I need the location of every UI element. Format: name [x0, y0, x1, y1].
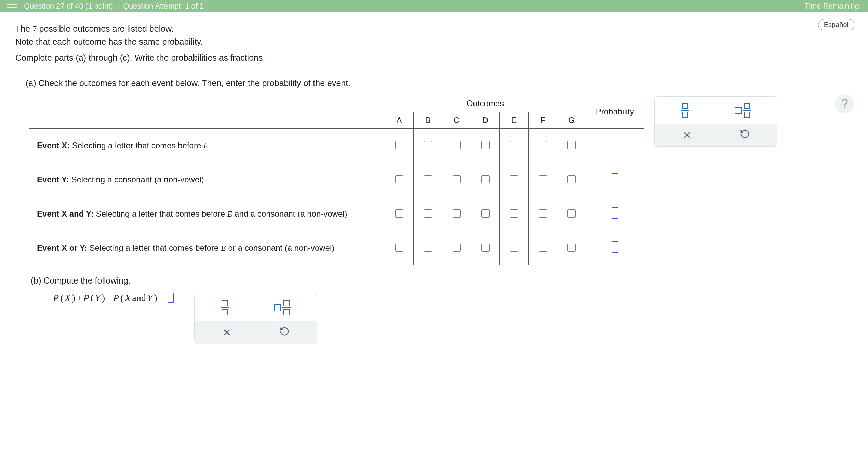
- check-xory-b[interactable]: [424, 244, 432, 252]
- part-a-prompt: (a) Check the outcomes for each event be…: [26, 78, 853, 88]
- clear-button[interactable]: ✕: [677, 129, 697, 141]
- check-xy-e[interactable]: [510, 209, 518, 218]
- event-x-label: Event X: Selecting a letter that comes b…: [29, 128, 385, 163]
- check-y-d[interactable]: [481, 175, 490, 183]
- check-xory-f[interactable]: [539, 244, 547, 252]
- table-row: Event X and Y: Selecting a letter that c…: [29, 197, 644, 231]
- check-x-g[interactable]: [567, 141, 576, 149]
- undo-button[interactable]: [735, 129, 755, 141]
- event-xory-label: Event X or Y: Selecting a letter that co…: [29, 231, 385, 265]
- check-xory-d[interactable]: [481, 244, 490, 252]
- question-points: (1 point): [85, 2, 113, 11]
- check-x-e[interactable]: [510, 141, 518, 149]
- col-c: C: [442, 112, 471, 128]
- check-xy-f[interactable]: [539, 209, 547, 218]
- attempt-value: 1 of 1: [185, 2, 204, 11]
- events-table: Outcomes Probability A B C D E F G Event…: [29, 95, 644, 265]
- math-palette-b: ✕: [194, 294, 317, 344]
- check-x-d[interactable]: [481, 141, 490, 149]
- attempt-label: Question Attempt:: [123, 2, 183, 11]
- mixed-number-button-b[interactable]: [274, 300, 291, 315]
- mixed-number-button[interactable]: [735, 103, 751, 118]
- check-x-b[interactable]: [424, 141, 432, 149]
- event-y-label: Event Y: Selecting a consonant (a non-vo…: [29, 163, 385, 197]
- check-x-c[interactable]: [453, 141, 461, 149]
- prob-x-input[interactable]: [612, 139, 618, 150]
- clear-button-b[interactable]: ✕: [216, 327, 237, 339]
- outcomes-header: Outcomes: [385, 95, 586, 112]
- check-y-b[interactable]: [424, 175, 432, 183]
- check-y-c[interactable]: [453, 175, 461, 183]
- prob-xandy-input[interactable]: [612, 207, 618, 219]
- divider: |: [117, 2, 119, 11]
- col-b: B: [414, 112, 442, 128]
- check-xory-a[interactable]: [395, 244, 403, 252]
- probability-header: Probability: [586, 95, 644, 128]
- question-counter: Question 27 of 40: [24, 2, 83, 11]
- check-xy-b[interactable]: [424, 209, 432, 218]
- equation-answer-input[interactable]: [168, 293, 174, 303]
- instructions: The 7 possible outcomes are listed below…: [15, 23, 853, 65]
- check-xory-g[interactable]: [567, 244, 576, 252]
- check-xy-a[interactable]: [395, 209, 403, 218]
- table-row: Event X or Y: Selecting a letter that co…: [29, 231, 644, 265]
- check-xy-c[interactable]: [453, 209, 461, 218]
- col-e: E: [500, 112, 529, 128]
- table-row: Event X: Selecting a letter that comes b…: [29, 128, 644, 163]
- check-xy-g[interactable]: [567, 209, 576, 218]
- espanol-button[interactable]: Español: [818, 19, 854, 30]
- table-row: Event Y: Selecting a consonant (a non-vo…: [29, 163, 644, 197]
- check-y-g[interactable]: [567, 175, 576, 183]
- fraction-button-b[interactable]: [221, 300, 229, 315]
- col-d: D: [471, 112, 500, 128]
- fraction-button[interactable]: [681, 103, 689, 118]
- equation-b: P(X) + P(Y) − P(X and Y) =: [53, 292, 174, 303]
- check-xy-d[interactable]: [481, 209, 490, 218]
- col-f: F: [529, 112, 557, 128]
- event-xandy-label: Event X and Y: Selecting a letter that c…: [29, 197, 385, 231]
- check-y-f[interactable]: [539, 175, 547, 183]
- help-icon[interactable]: ?: [835, 94, 854, 113]
- col-g: G: [557, 112, 586, 128]
- check-y-a[interactable]: [395, 175, 403, 183]
- menu-icon[interactable]: [7, 1, 17, 11]
- check-xory-e[interactable]: [510, 244, 518, 252]
- math-palette-a: ✕: [654, 96, 777, 147]
- undo-button-b[interactable]: [274, 326, 295, 339]
- check-y-e[interactable]: [510, 175, 518, 183]
- part-b-prompt: (b) Compute the following.: [31, 276, 853, 286]
- col-a: A: [385, 112, 414, 128]
- prob-y-input[interactable]: [612, 173, 618, 184]
- prob-xory-input[interactable]: [612, 241, 618, 253]
- check-x-a[interactable]: [395, 141, 403, 149]
- check-xory-c[interactable]: [453, 244, 461, 252]
- topbar: Question 27 of 40 (1 point) | Question A…: [0, 0, 868, 12]
- time-label: Time Remaining:: [805, 2, 861, 11]
- check-x-f[interactable]: [539, 141, 547, 149]
